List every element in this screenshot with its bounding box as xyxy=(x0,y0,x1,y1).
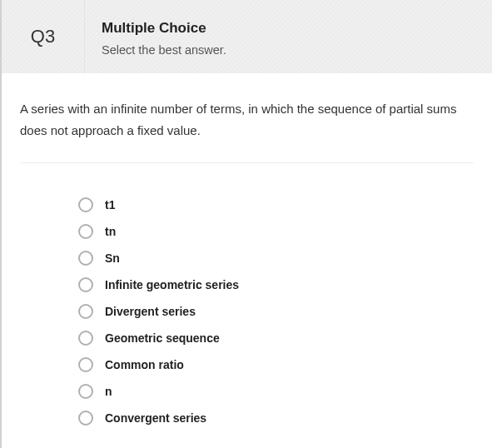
option-label: Common ratio xyxy=(105,358,184,371)
option-sn[interactable]: Sn xyxy=(78,245,474,271)
option-divergent-series[interactable]: Divergent series xyxy=(78,298,474,325)
question-text: A series with an infinite number of term… xyxy=(20,98,474,163)
question-header: Q3 Multiple Choice Select the best answe… xyxy=(0,0,492,73)
option-common-ratio[interactable]: Common ratio xyxy=(78,351,474,378)
radio-icon xyxy=(78,357,93,372)
radio-icon xyxy=(78,331,93,346)
radio-icon xyxy=(78,197,93,212)
option-t1[interactable]: t1 xyxy=(78,192,474,218)
option-label: Geometric sequence xyxy=(105,331,220,345)
options-list: t1 tn Sn Infinite geometric series Diver… xyxy=(20,163,474,431)
question-content: A series with an infinite number of term… xyxy=(0,73,492,448)
option-label: t1 xyxy=(105,198,115,212)
option-label: tn xyxy=(105,225,116,238)
question-number: Q3 xyxy=(2,0,85,73)
option-convergent-series[interactable]: Convergent series xyxy=(78,405,474,431)
radio-icon xyxy=(78,304,93,319)
option-label: Sn xyxy=(105,251,120,265)
question-type: Multiple Choice xyxy=(102,20,475,37)
option-label: Convergent series xyxy=(105,411,206,425)
radio-icon xyxy=(78,251,93,266)
option-geometric-sequence[interactable]: Geometric sequence xyxy=(78,325,474,351)
option-label: Infinite geometric series xyxy=(105,278,239,291)
radio-icon xyxy=(78,277,93,292)
radio-icon xyxy=(78,224,93,239)
radio-icon xyxy=(78,411,93,426)
option-infinite-geometric-series[interactable]: Infinite geometric series xyxy=(78,271,474,298)
option-label: n xyxy=(105,385,112,398)
radio-icon xyxy=(78,384,93,399)
option-tn[interactable]: tn xyxy=(78,218,474,245)
question-meta: Multiple Choice Select the best answer. xyxy=(85,0,492,73)
question-instruction: Select the best answer. xyxy=(102,43,475,57)
option-label: Divergent series xyxy=(105,305,196,318)
option-n[interactable]: n xyxy=(78,378,474,405)
